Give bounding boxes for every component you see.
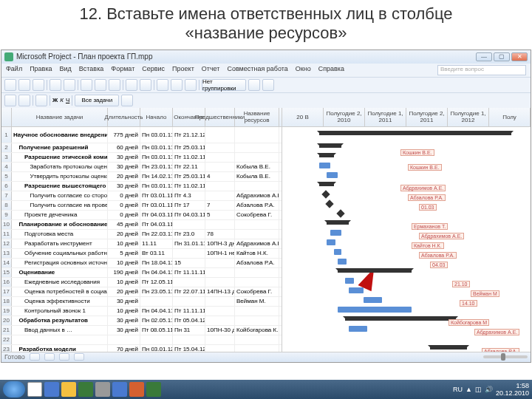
end-cell[interactable]: Пт 05.04.12 bbox=[173, 316, 205, 325]
table-row[interactable]: 13 Обучение социальных работников в реги… bbox=[1, 249, 282, 259]
start-cell[interactable]: Пн 03.01.11 bbox=[140, 182, 173, 191]
table-row[interactable]: 10 Планирование и обоснование45 днейПт 0… bbox=[1, 220, 282, 230]
menu-view[interactable]: Вид bbox=[60, 65, 72, 75]
end-cell[interactable]: Пт 04.03.11 bbox=[173, 211, 205, 219]
duration-cell[interactable]: 70 дней bbox=[108, 345, 140, 352]
start-cell[interactable]: Вт 03.11 bbox=[140, 249, 173, 258]
duration-cell[interactable]: 775 дней bbox=[108, 127, 140, 143]
duration-cell[interactable]: 45 дней bbox=[108, 220, 140, 229]
view-usage-button[interactable] bbox=[44, 353, 55, 361]
gantt-ms[interactable] bbox=[321, 190, 330, 198]
preview-button[interactable] bbox=[64, 79, 75, 91]
duration-cell[interactable]: 5 дней bbox=[108, 249, 140, 258]
resource-cell[interactable]: Кайтов Н.К. bbox=[235, 249, 279, 258]
resource-cell[interactable] bbox=[235, 220, 279, 229]
duration-cell[interactable]: 30 дней bbox=[108, 182, 140, 191]
start-cell[interactable]: Пн 18.04.11 bbox=[140, 259, 173, 267]
resource-cell[interactable]: Кобыла В.Е. bbox=[235, 172, 279, 181]
start-cell[interactable]: Пт 03.01.11 bbox=[140, 191, 173, 200]
pred-cell[interactable]: 78 bbox=[205, 230, 235, 239]
tray-flag-icon[interactable]: ▲ bbox=[466, 386, 472, 393]
task-name-cell[interactable]: Планирование и обоснование bbox=[12, 220, 108, 229]
tray-lang[interactable]: RU bbox=[453, 386, 463, 393]
menu-insert[interactable]: Вставка bbox=[79, 65, 103, 75]
minimize-button[interactable]: — bbox=[476, 52, 492, 61]
resource-cell[interactable]: Сокобрева Г. bbox=[235, 287, 279, 296]
col-indicator[interactable] bbox=[1, 108, 12, 126]
gantt-bar[interactable] bbox=[364, 297, 382, 303]
tray-time[interactable]: 1:58 bbox=[496, 382, 529, 389]
task-name-cell[interactable]: Подготовка места bbox=[12, 230, 108, 239]
menu-format[interactable]: Формат bbox=[111, 65, 134, 75]
task-name-cell[interactable]: Разрешение вышестоящего отделения bbox=[12, 182, 108, 191]
menu-report[interactable]: Отчет bbox=[202, 65, 220, 75]
gantt-bar[interactable] bbox=[327, 172, 338, 178]
resource-cell[interactable]: Кобыла В.Е. bbox=[235, 163, 279, 171]
menu-help[interactable]: Справка bbox=[318, 65, 344, 75]
end-cell[interactable]: Пт 4.3 bbox=[173, 191, 205, 200]
pred-cell[interactable] bbox=[205, 307, 235, 316]
indent-button[interactable] bbox=[18, 95, 30, 106]
start-cell[interactable]: Пт 03.01.11 bbox=[140, 201, 173, 210]
end-cell[interactable] bbox=[173, 249, 205, 258]
end-cell[interactable] bbox=[173, 278, 205, 287]
end-cell[interactable] bbox=[173, 335, 205, 344]
new-button[interactable] bbox=[4, 79, 16, 91]
duration-cell[interactable]: 10 дней bbox=[108, 259, 140, 267]
group-dropdown[interactable]: Нет группировки bbox=[202, 79, 246, 91]
duration-cell[interactable]: 10 дней bbox=[108, 278, 140, 287]
duration-cell[interactable]: 20 дней bbox=[108, 230, 140, 239]
task-name-cell[interactable]: Обработка результатов bbox=[12, 316, 108, 325]
start-cell[interactable]: Пт 08.05.11 bbox=[140, 326, 173, 335]
pred-cell[interactable] bbox=[205, 268, 235, 277]
zoom-out-button[interactable] bbox=[262, 79, 274, 91]
resource-cell[interactable]: Абдрахимов А.Е. bbox=[235, 191, 279, 200]
start-cell[interactable]: Пн 23.01.11 bbox=[140, 163, 173, 171]
duration-cell[interactable]: 30 дней bbox=[108, 297, 140, 306]
resource-cell[interactable] bbox=[235, 127, 279, 143]
start-cell[interactable]: Пн 03.01.11 bbox=[140, 153, 173, 162]
table-row[interactable]: 5 Утвердить протоколы оценки эффективнос… bbox=[1, 172, 282, 182]
pred-cell[interactable] bbox=[205, 163, 235, 171]
table-row[interactable]: 20 Обработка результатов30 днейПн 02.05.… bbox=[1, 316, 282, 326]
pred-cell[interactable]: 10ПН-3 дня bbox=[205, 239, 235, 248]
task-name-cell[interactable]: Получить согласие со стороны ГУЗ bbox=[12, 191, 108, 200]
task-name-cell[interactable]: Ежедневные исследования bbox=[12, 278, 108, 287]
tray-volume-icon[interactable]: 🔊 bbox=[485, 386, 493, 393]
end-cell[interactable]: Пт 22.07.11 bbox=[173, 287, 205, 296]
taskbar-ppt-icon[interactable] bbox=[129, 382, 144, 397]
duration-cell[interactable]: 0 дней bbox=[108, 201, 140, 210]
filter-dropdown[interactable]: Все задачи bbox=[75, 95, 119, 106]
end-cell[interactable]: Пт 25.03.11 bbox=[173, 172, 205, 181]
resource-cell[interactable]: Абзалова Р.А. bbox=[235, 259, 279, 267]
end-cell[interactable]: Пт 21.12.12 bbox=[173, 127, 205, 143]
table-row[interactable]: 1Научное обоснование внедрения социально… bbox=[1, 127, 282, 143]
resource-cell[interactable]: Вейман М. bbox=[235, 297, 279, 306]
taskbar-icon[interactable] bbox=[44, 382, 59, 397]
pred-cell[interactable]: 10ПН-1 нед bbox=[205, 249, 235, 258]
table-row[interactable]: 18 Оценка эффективности30 днейВейман М. bbox=[1, 297, 282, 307]
split-button[interactable] bbox=[185, 79, 197, 91]
table-row[interactable]: 4 Заработать протоколы оценки эффективно… bbox=[1, 163, 282, 172]
table-row[interactable]: 21 Ввод данных в …30 днейПт 08.05.11Пн 3… bbox=[1, 326, 282, 335]
gantt-bar[interactable] bbox=[338, 259, 347, 265]
underline-button[interactable]: Ч bbox=[66, 97, 69, 103]
resource-cell[interactable] bbox=[235, 316, 279, 325]
start-cell[interactable]: Пн 04.04.11 bbox=[140, 307, 173, 316]
task-name-cell[interactable] bbox=[12, 335, 108, 344]
taskbar-icon[interactable] bbox=[95, 382, 110, 397]
gantt-chart[interactable]: 20 В Полугодие 2, 2010 Полугодие 1, 2011… bbox=[282, 108, 531, 352]
duration-cell[interactable]: 20 дней bbox=[108, 287, 140, 296]
pred-cell[interactable] bbox=[205, 335, 235, 344]
taskbar-icon[interactable] bbox=[27, 382, 42, 397]
pred-cell[interactable] bbox=[205, 153, 235, 162]
pred-cell[interactable]: 14ПН-13 дня bbox=[205, 287, 235, 296]
task-name-cell[interactable]: Оценка потребностей в социальной работе bbox=[12, 287, 108, 296]
autofilter-button[interactable] bbox=[121, 95, 133, 106]
task-name-cell[interactable]: Контрольный звонок 1 bbox=[12, 307, 108, 316]
duration-cell[interactable]: 0 дней bbox=[108, 191, 140, 200]
gantt-sum[interactable] bbox=[327, 220, 349, 225]
view-calendar-button[interactable] bbox=[74, 353, 84, 361]
table-row[interactable]: 14 Регистрация основных источников данны… bbox=[1, 259, 282, 268]
start-cell[interactable]: Пн 22.03.11 bbox=[140, 230, 173, 239]
